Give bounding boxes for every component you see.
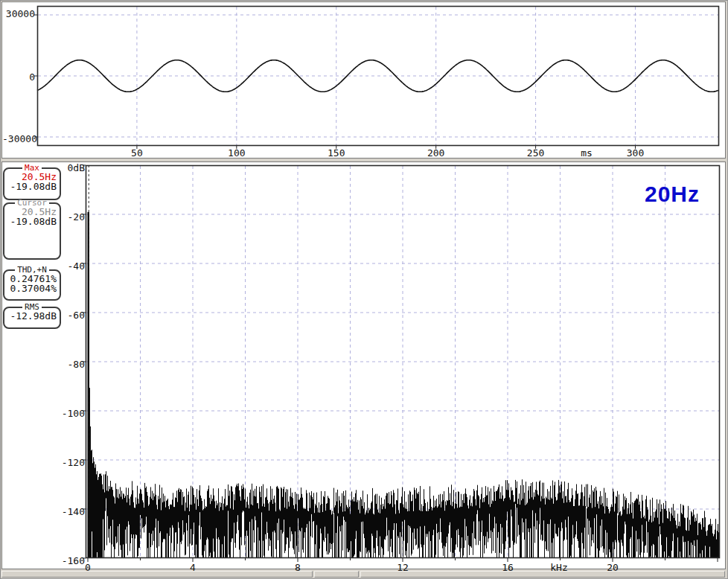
spectrum-y-tick-label: -40 — [54, 260, 85, 272]
max-level-value: -19.08dB — [6, 182, 58, 191]
thd-value-2: 0.37004% — [6, 284, 58, 293]
spectrum-panel: Max 20.5Hz -19.08dB Cursor 20.5Hz -19.08… — [1, 161, 726, 569]
spectrum-y-tick-label: -160 — [54, 555, 85, 566]
waveform-x-tick-label: 150 — [328, 147, 345, 159]
cursor-level-value: -19.08dB — [6, 217, 58, 226]
wavespectra-window: 300000-30000 50100150200250300 ms Max 20… — [0, 0, 728, 579]
status-bar-segment — [314, 571, 359, 578]
rms-readout-box[interactable]: RMS -12.98dB — [3, 303, 61, 329]
waveform-x-tick-label: 250 — [527, 147, 544, 159]
spectrum-y-tick-label: -140 — [54, 506, 85, 517]
waveform-y-tick-label: 30000 — [2, 8, 35, 19]
status-bar — [0, 570, 728, 579]
waveform-x-tick-label: 50 — [131, 147, 143, 159]
spectrum-plot[interactable] — [86, 165, 720, 558]
cursor-readout-box[interactable]: Cursor 20.5Hz -19.08dB — [3, 199, 61, 260]
max-readout-box[interactable]: Max 20.5Hz -19.08dB — [3, 164, 61, 200]
status-bar-segment — [360, 571, 725, 578]
waveform-y-tick-label: -30000 — [2, 133, 35, 144]
rms-value: -12.98dB — [6, 311, 58, 321]
spectrum-y-tick-label: -120 — [54, 457, 85, 468]
waveform-plot — [37, 6, 719, 146]
status-bar-segment — [1, 571, 313, 578]
waveform-x-tick-label: 100 — [228, 147, 245, 159]
test-frequency-overlay-label: 20Hz — [645, 182, 700, 207]
spectrum-y-tick-label: -80 — [54, 359, 85, 370]
waveform-panel: 300000-30000 50100150200250300 ms — [1, 1, 726, 159]
waveform-x-tick-label: 200 — [427, 147, 444, 159]
spectrum-y-tick-label: -60 — [54, 310, 85, 321]
spectrum-y-tick-label: 0dB — [54, 162, 85, 173]
waveform-y-tick-label: 0 — [2, 71, 35, 83]
waveform-x-tick-label: 300 — [627, 147, 644, 159]
waveform-x-unit-label: ms — [581, 147, 593, 159]
spectrum-y-tick-label: -100 — [54, 408, 85, 419]
spectrum-y-tick-label: -20 — [54, 211, 85, 223]
thd-readout-box[interactable]: THD,+N 0.24761% 0.37004% — [3, 266, 61, 301]
